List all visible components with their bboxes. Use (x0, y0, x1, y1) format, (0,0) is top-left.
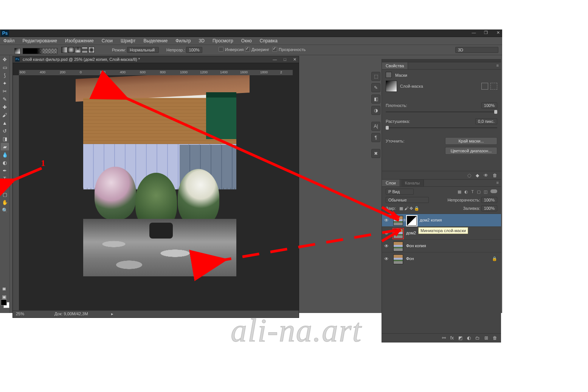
load-selection-icon[interactable]: ◌ (467, 173, 471, 178)
menu-3d[interactable]: 3D (195, 37, 208, 45)
panel-menu-icon[interactable]: ≡ (494, 180, 501, 186)
swatches-panel-icon[interactable]: ◧ (371, 95, 380, 104)
canvas-area[interactable] (19, 75, 293, 311)
quickmask-icon[interactable]: ◙ (0, 285, 8, 292)
eyedropper-tool-icon[interactable]: ✎ (1, 95, 9, 103)
reflected-gradient-icon[interactable] (82, 47, 88, 53)
paragraph-icon[interactable]: ¶ (371, 133, 380, 142)
marquee-tool-icon[interactable]: ▭ (1, 64, 9, 71)
lock-all-icon[interactable]: 🔒 (414, 206, 419, 211)
magic-wand-tool-icon[interactable]: ✦ (1, 79, 9, 87)
panel-menu-icon[interactable]: ≡ (494, 62, 501, 68)
vector-mask-button[interactable] (490, 83, 497, 90)
adjustment-layer-icon[interactable]: ◐ (467, 335, 471, 341)
brush-panel-icon[interactable]: ✎ (371, 83, 380, 92)
menu-view[interactable]: Просмотр (209, 37, 237, 45)
menu-image[interactable]: Изображение (62, 37, 97, 45)
visibility-icon[interactable]: 👁 (384, 218, 389, 223)
status-arrow-icon[interactable]: ▸ (111, 311, 113, 316)
doc-minimize-button[interactable]: — (273, 57, 277, 62)
layer-thumbnail[interactable] (393, 242, 403, 251)
stamp-tool-icon[interactable]: ▲ (1, 119, 9, 127)
menu-edit[interactable]: Редактирование (19, 37, 61, 45)
angle-gradient-icon[interactable] (75, 47, 81, 53)
layer-thumbnail[interactable] (393, 216, 403, 226)
visibility-icon[interactable]: 👁 (384, 256, 389, 262)
brush-tool-icon[interactable]: 🖌 (1, 111, 9, 119)
new-layer-icon[interactable]: ⊞ (484, 335, 488, 341)
layer-name[interactable]: Фон (406, 256, 414, 261)
add-mask-icon[interactable]: ◩ (458, 335, 462, 341)
layer-thumbnail[interactable] (393, 254, 403, 264)
toggle-mask-icon[interactable]: 👁 (484, 173, 488, 178)
lasso-tool-icon[interactable]: ⟆ (1, 71, 9, 79)
menu-help[interactable]: Справка (256, 37, 281, 45)
transparency-checkbox[interactable] (272, 47, 277, 52)
heal-tool-icon[interactable]: ✚ (1, 103, 9, 111)
color-swatches[interactable] (2, 302, 9, 309)
density-slider[interactable] (386, 112, 497, 112)
filter-type-icon[interactable]: T (471, 189, 474, 194)
layer-row[interactable]: 👁 Фон 🔒 (382, 252, 501, 265)
lock-position-icon[interactable]: ✥ (410, 206, 413, 211)
layer-fx-icon[interactable]: fx (450, 335, 454, 341)
density-input[interactable]: 100% (481, 102, 497, 108)
inverse-checkbox[interactable] (219, 47, 223, 52)
fill-input[interactable]: 100% (481, 205, 497, 211)
pen-tool-icon[interactable]: ✒ (1, 167, 9, 174)
blend-mode-select[interactable]: Обычные (386, 197, 429, 203)
path-tool-icon[interactable]: ▷ (1, 183, 9, 190)
filter-toggle-switch[interactable] (490, 189, 497, 193)
layer-name[interactable]: Фон копия (406, 243, 426, 248)
color-panel-icon[interactable]: ⬚ (371, 72, 380, 81)
character-a-icon[interactable]: A| (371, 122, 380, 131)
layer-row[interactable]: 👁 дом2 (382, 226, 501, 240)
diamond-gradient-icon[interactable] (88, 47, 95, 53)
filter-pixel-icon[interactable]: ▦ (458, 189, 461, 194)
gradient-preview[interactable] (23, 48, 57, 54)
layer-row[interactable]: 👁 Фон копия (382, 239, 501, 253)
shape-tool-icon[interactable]: ▢ (1, 191, 9, 198)
menu-file[interactable]: Файл (0, 37, 18, 45)
feather-input[interactable]: 0,0 пикс. (475, 118, 497, 124)
mask-thumbnail[interactable] (386, 81, 397, 92)
menu-filter[interactable]: Фильтр (172, 37, 194, 45)
delete-mask-icon[interactable]: 🗑 (493, 173, 497, 178)
layer-mask-thumbnail[interactable] (407, 216, 417, 226)
filter-shape-icon[interactable]: ▢ (477, 189, 481, 194)
layers-tab[interactable]: Слои (382, 180, 400, 186)
mask-edge-button[interactable]: Край маски... (445, 137, 497, 145)
zoom-value[interactable]: 25% (16, 311, 24, 316)
workspace-select[interactable]: 3D (455, 47, 498, 53)
channels-tab[interactable]: Каналы (401, 180, 424, 186)
dither-checkbox[interactable] (245, 47, 250, 52)
opacity-input[interactable]: 100% (186, 47, 202, 53)
layer-opacity-input[interactable]: 100% (481, 197, 497, 203)
menu-window[interactable]: Окно (238, 37, 255, 45)
blend-mode-select[interactable]: Нормальный (127, 47, 159, 53)
link-layers-icon[interactable]: ⚯ (442, 335, 446, 341)
filter-smart-icon[interactable]: ◫ (484, 189, 487, 194)
lock-transparent-icon[interactable]: ▦ (399, 206, 403, 211)
hand-tool-icon[interactable]: ✋ (1, 198, 9, 206)
window-minimize-button[interactable]: — (471, 30, 476, 35)
crop-tool-icon[interactable]: ✂ (1, 87, 9, 95)
menu-layers[interactable]: Слои (98, 37, 116, 45)
eraser-tool-icon[interactable]: ◨ (1, 135, 9, 143)
new-group-icon[interactable]: 🗀 (475, 335, 480, 341)
layer-filter-select[interactable]: Р Вид (386, 189, 414, 195)
menu-select[interactable]: Выделение (140, 37, 171, 45)
radial-gradient-icon[interactable] (68, 47, 74, 53)
tools-preset-icon[interactable]: ✖ (371, 149, 380, 158)
doc-close-button[interactable]: ✕ (293, 57, 296, 62)
screenmode-icon[interactable]: ▣ (0, 293, 8, 301)
adjustments-panel-icon[interactable]: ◑ (371, 106, 380, 115)
dodge-tool-icon[interactable]: ◐ (1, 159, 9, 166)
doc-maximize-button[interactable]: □ (284, 57, 286, 62)
link-icon[interactable]: ⎘ (403, 218, 406, 222)
feather-slider[interactable] (386, 127, 497, 128)
visibility-icon[interactable]: 👁 (384, 231, 389, 236)
menu-type[interactable]: Шрифт (117, 37, 139, 45)
color-range-button[interactable]: Цветовой диапазон... (445, 147, 497, 155)
pixel-mask-button[interactable] (481, 83, 488, 90)
